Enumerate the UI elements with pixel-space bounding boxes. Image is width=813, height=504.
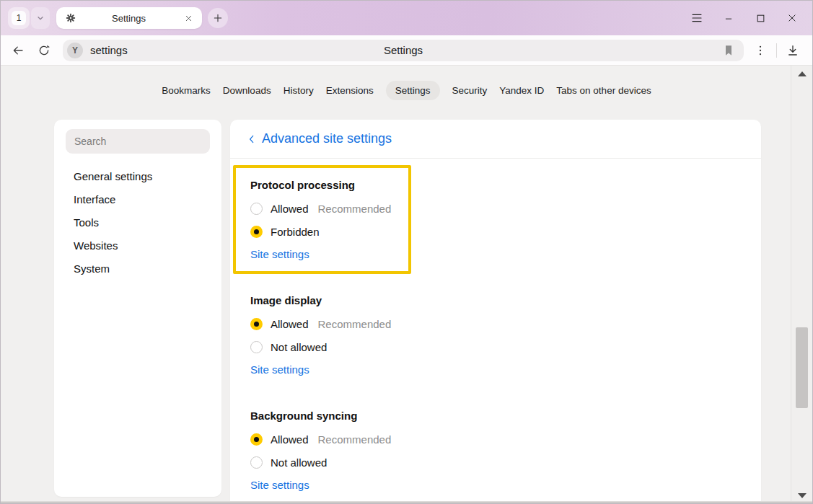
radio-unselected-icon[interactable] xyxy=(250,341,263,353)
omnibox[interactable]: Y settings Settings xyxy=(63,40,744,61)
radio-selected-icon[interactable] xyxy=(250,318,263,330)
close-window-button[interactable] xyxy=(776,1,808,35)
maximize-button[interactable] xyxy=(744,1,776,35)
tab-title: Settings xyxy=(76,13,182,24)
nav-tab-settings[interactable]: Settings xyxy=(386,81,440,100)
sidebar-item-tools[interactable]: Tools xyxy=(54,211,221,234)
back-arrow-icon xyxy=(12,44,25,57)
scrollbar-thumb[interactable] xyxy=(796,327,808,408)
tab-group-count: 1 xyxy=(12,11,26,25)
settings-page: Bookmarks Downloads History Extensions S… xyxy=(1,66,812,504)
sidebar-search xyxy=(66,129,210,154)
section-image-display: Image display Allowed Recommended Not al… xyxy=(250,293,761,378)
highlight-box: Protocol processing Allowed Recommended … xyxy=(233,165,411,274)
sidebar-item-websites[interactable]: Websites xyxy=(54,234,221,257)
tab-group-button[interactable]: 1 xyxy=(8,7,30,29)
option-label: Allowed xyxy=(271,318,309,330)
site-settings-link[interactable]: Site settings xyxy=(250,362,309,378)
downloads-button[interactable] xyxy=(782,40,804,61)
radio-selected-icon[interactable] xyxy=(250,226,263,238)
chevron-down-icon xyxy=(36,14,45,22)
nav-tab-downloads[interactable]: Downloads xyxy=(223,81,271,100)
window-controls xyxy=(681,1,808,35)
option-label: Allowed xyxy=(271,433,309,446)
download-icon xyxy=(786,44,799,57)
kebab-icon xyxy=(755,45,765,56)
option-note: Recommended xyxy=(318,318,392,330)
main-header: Advanced site settings xyxy=(230,120,761,159)
advanced-settings-back-link[interactable]: Advanced site settings xyxy=(247,131,392,146)
minimize-button[interactable] xyxy=(713,1,744,35)
vertical-scrollbar[interactable] xyxy=(791,66,812,504)
nav-tab-yandex-id[interactable]: Yandex ID xyxy=(499,81,544,100)
option-note: Recommended xyxy=(318,433,392,446)
tab-close-button[interactable] xyxy=(182,12,195,25)
option-label: Allowed xyxy=(271,203,309,215)
scroll-up-arrow-icon[interactable] xyxy=(798,71,807,76)
sections-list: Protocol processing Allowed Recommended … xyxy=(230,165,761,493)
hamburger-icon xyxy=(691,13,703,23)
new-tab-button[interactable] xyxy=(208,8,228,28)
radio-option-allowed[interactable]: Allowed Recommended xyxy=(250,197,408,220)
site-favicon: Y xyxy=(67,43,83,58)
settings-main-panel: Advanced site settings Protocol processi… xyxy=(230,120,761,503)
reload-icon xyxy=(38,44,50,57)
site-settings-link[interactable]: Site settings xyxy=(250,477,309,493)
radio-option-not-allowed[interactable]: Not allowed xyxy=(250,335,761,358)
close-icon xyxy=(185,14,193,22)
option-label: Not allowed xyxy=(271,341,327,353)
option-label: Forbidden xyxy=(271,226,320,238)
settings-sidebar: General settings Interface Tools Website… xyxy=(54,120,221,497)
plus-icon xyxy=(213,13,223,23)
browser-tab[interactable]: Settings xyxy=(56,7,202,29)
radio-option-allowed[interactable]: Allowed Recommended xyxy=(250,312,761,335)
sidebar-item-interface[interactable]: Interface xyxy=(54,188,221,211)
radio-option-allowed[interactable]: Allowed Recommended xyxy=(250,428,761,451)
site-settings-link[interactable]: Site settings xyxy=(250,247,309,262)
bookmark-icon xyxy=(724,45,734,56)
settings-nav-tabs: Bookmarks Downloads History Extensions S… xyxy=(1,66,812,100)
tab-strip: 1 Settings xyxy=(1,1,812,35)
option-note: Recommended xyxy=(318,203,392,215)
reload-button[interactable] xyxy=(31,37,57,63)
url-text[interactable]: settings xyxy=(90,44,128,56)
maximize-icon xyxy=(756,14,765,23)
browser-menu-button[interactable] xyxy=(681,1,713,35)
settings-body: General settings Interface Tools Website… xyxy=(54,120,761,503)
chevron-left-icon xyxy=(247,134,256,144)
nav-tab-bookmarks[interactable]: Bookmarks xyxy=(162,81,211,100)
window-bottom-edge xyxy=(1,501,812,503)
browser-window: 1 Settings xyxy=(0,0,813,504)
main-header-title: Advanced site settings xyxy=(262,131,392,146)
scroll-down-arrow-icon[interactable] xyxy=(798,493,807,498)
option-label: Not allowed xyxy=(271,456,327,469)
minimize-icon xyxy=(724,13,734,23)
section-background-syncing: Background syncing Allowed Recommended N… xyxy=(250,408,761,493)
address-bar: Y settings Settings xyxy=(1,35,812,66)
radio-selected-icon[interactable] xyxy=(250,433,263,446)
radio-option-not-allowed[interactable]: Not allowed xyxy=(250,451,761,474)
sidebar-item-system[interactable]: System xyxy=(54,257,221,280)
nav-tab-extensions[interactable]: Extensions xyxy=(326,81,374,100)
radio-unselected-icon[interactable] xyxy=(250,203,263,215)
sidebar-menu: General settings Interface Tools Website… xyxy=(54,165,221,280)
close-icon xyxy=(787,13,797,23)
nav-tab-history[interactable]: History xyxy=(284,81,314,100)
radio-option-forbidden[interactable]: Forbidden xyxy=(250,220,408,243)
page-title: Settings xyxy=(63,44,744,56)
bookmark-button[interactable] xyxy=(721,43,737,58)
sidebar-item-general-settings[interactable]: General settings xyxy=(54,165,221,188)
section-title: Protocol processing xyxy=(250,177,408,193)
search-input[interactable] xyxy=(66,129,210,154)
nav-tab-security[interactable]: Security xyxy=(452,81,488,100)
section-title: Image display xyxy=(250,293,761,309)
back-button[interactable] xyxy=(5,37,31,63)
gear-icon xyxy=(66,13,76,23)
section-protocol-processing: Protocol processing Allowed Recommended … xyxy=(250,177,408,262)
toolbar-divider xyxy=(776,43,777,58)
nav-tab-other-devices[interactable]: Tabs on other devices xyxy=(556,81,651,100)
radio-unselected-icon[interactable] xyxy=(250,456,263,469)
tab-group-chevron-button[interactable] xyxy=(31,7,50,29)
section-title: Background syncing xyxy=(250,408,761,424)
page-actions-button[interactable] xyxy=(750,40,771,61)
